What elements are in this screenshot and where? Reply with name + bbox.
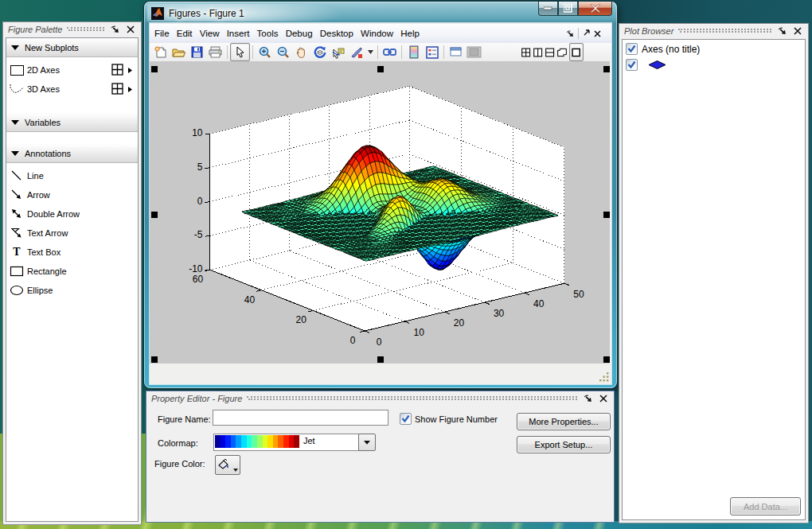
svg-text:40: 40 bbox=[244, 294, 256, 305]
svg-text:30: 30 bbox=[494, 308, 505, 319]
svg-text:0: 0 bbox=[377, 336, 382, 348]
svg-text:10: 10 bbox=[414, 327, 425, 338]
svg-text:5: 5 bbox=[197, 161, 203, 173]
svg-text:60: 60 bbox=[193, 274, 204, 285]
svg-text:20: 20 bbox=[454, 317, 465, 329]
svg-text:50: 50 bbox=[573, 289, 584, 300]
svg-text:0: 0 bbox=[197, 196, 203, 207]
svg-text:-5: -5 bbox=[194, 229, 203, 240]
svg-text:-10: -10 bbox=[189, 263, 203, 274]
svg-text:10: 10 bbox=[192, 127, 203, 138]
svg-text:20: 20 bbox=[296, 314, 307, 325]
svg-text:40: 40 bbox=[533, 298, 545, 309]
svg-text:0: 0 bbox=[350, 335, 356, 346]
